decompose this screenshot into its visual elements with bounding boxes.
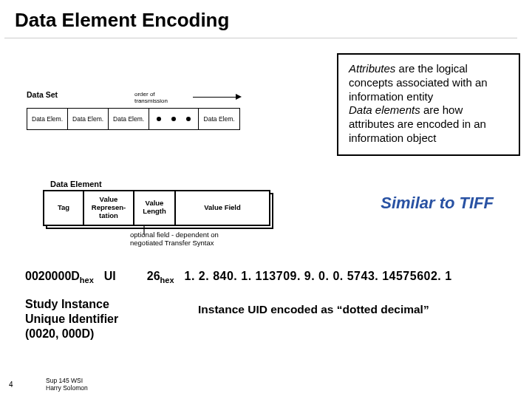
ex-len: 26hex bbox=[147, 270, 174, 284]
arrow-right-icon bbox=[193, 95, 240, 100]
callout-attr-line: Attributes are the logical concepts asso… bbox=[349, 62, 510, 103]
page-title: Data Element Encoding bbox=[0, 0, 532, 38]
hex-sub: hex bbox=[80, 276, 94, 284]
study-l1: Study Instance bbox=[25, 298, 109, 310]
callout-elem-line: Data elements are how attributes are enc… bbox=[349, 103, 510, 145]
data-element-diagram: Data Element Tag Value Represen- tation … bbox=[43, 180, 270, 226]
study-l2: Unique Identifier bbox=[25, 313, 118, 325]
callout-attr-em: Attributes bbox=[349, 62, 395, 75]
example-row: 0020000Dhex UI 26hex 1. 2. 840. 1. 11370… bbox=[25, 270, 452, 284]
tiff-note: Similar to TIFF bbox=[381, 194, 494, 213]
ex-tag-hex: 0020000D bbox=[25, 270, 80, 282]
order-text: order of transmission bbox=[134, 91, 188, 104]
dot-icon bbox=[186, 117, 191, 121]
field-vf: Value Field bbox=[176, 191, 269, 225]
study-l3: (0020, 000D) bbox=[25, 327, 94, 340]
ex-vr: UI bbox=[104, 270, 116, 283]
field-vr: Value Represen- tation bbox=[84, 191, 134, 225]
data-elem-cell: Data Elem. bbox=[27, 109, 68, 129]
hex-sub: hex bbox=[160, 276, 174, 284]
data-element-table: Tag Value Represen- tation Value Length … bbox=[43, 190, 270, 226]
title-divider bbox=[4, 38, 517, 38]
dot-icon bbox=[171, 117, 176, 121]
footer-credit: Sup 145 WSI Harry Solomon bbox=[46, 378, 88, 392]
data-element-label: Data Element bbox=[50, 180, 270, 188]
ellipsis-cell bbox=[149, 109, 199, 129]
ex-len-val: 26 bbox=[147, 270, 160, 282]
optional-field-note: optional field - dependent on negotiated… bbox=[130, 231, 219, 248]
dot-icon bbox=[157, 117, 161, 121]
data-set-table: Data Elem. Data Elem. Data Elem. Data El… bbox=[27, 108, 240, 130]
opt-note-l1: optional field - dependent on bbox=[130, 231, 219, 239]
order-of-transmission: order of transmission bbox=[134, 91, 240, 104]
field-tag: Tag bbox=[44, 191, 84, 225]
opt-note-l2: negotiated Transfer Syntax bbox=[130, 239, 214, 247]
encoding-note: Instance UID encoded as “dotted decimal” bbox=[198, 303, 429, 316]
data-set-diagram: Data Set order of transmission Data Elem… bbox=[27, 90, 240, 130]
ex-tag: 0020000Dhex bbox=[25, 270, 94, 284]
data-elem-cell: Data Elem. bbox=[109, 109, 149, 129]
ex-uid: 1. 2. 840. 1. 113709. 9. 0. 0. 5743. 145… bbox=[185, 270, 452, 283]
callout-elem-em: Data elements bbox=[349, 103, 420, 116]
data-elem-cell: Data Elem. bbox=[199, 109, 239, 129]
callout-box: Attributes are the logical concepts asso… bbox=[337, 53, 520, 156]
data-elem-cell: Data Elem. bbox=[68, 109, 109, 129]
page-number: 4 bbox=[9, 381, 13, 389]
footer-l2: Harry Solomon bbox=[46, 384, 88, 392]
field-vl: Value Length bbox=[134, 191, 176, 225]
study-instance-label: Study Instance Unique Identifier (0020, … bbox=[25, 297, 118, 341]
